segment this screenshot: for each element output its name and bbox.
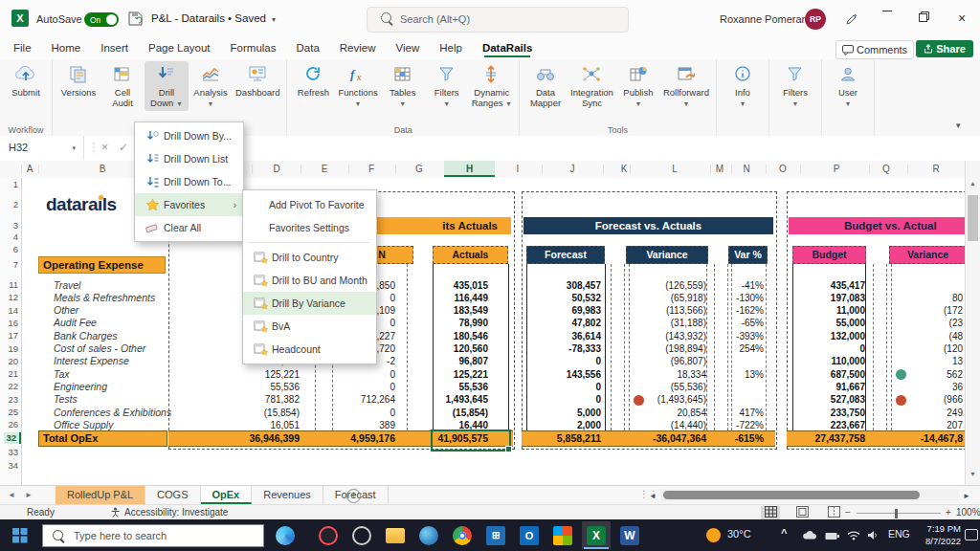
cell-F23[interactable]: 712,264: [335, 393, 395, 406]
ink-editor-icon[interactable]: [844, 12, 858, 29]
cell-J20[interactable]: 0: [534, 355, 601, 367]
menu-file[interactable]: File: [13, 38, 32, 58]
cell-L16[interactable]: (31,188): [630, 317, 706, 329]
wifi-icon[interactable]: [847, 530, 860, 551]
cell-N19[interactable]: 254%: [720, 342, 764, 355]
cell-L19[interactable]: (198,894): [630, 342, 706, 355]
column-header-L[interactable]: L: [662, 161, 687, 177]
onedrive-icon[interactable]: [802, 530, 817, 551]
cell-P22[interactable]: 91,667: [792, 381, 865, 393]
dashboard-button[interactable]: Dashboard: [233, 61, 282, 100]
vertical-scroll-thumb[interactable]: [968, 195, 978, 241]
cell-D21[interactable]: 125,221: [239, 368, 300, 381]
sheet-tab-cogs[interactable]: COGS: [145, 486, 200, 504]
cell-L17[interactable]: (143,932): [630, 330, 706, 342]
menu-item-headcount[interactable]: Headcount: [243, 338, 376, 361]
filters-button[interactable]: Filters▼: [773, 61, 817, 111]
cell-J16[interactable]: 47,802: [534, 317, 601, 329]
zoom-slider[interactable]: [857, 513, 941, 515]
banner-forecast[interactable]: Forecast vs. Actuals: [523, 217, 773, 234]
col-header-budget-budget[interactable]: Budget: [792, 246, 866, 264]
column-header-F[interactable]: F: [359, 161, 384, 177]
sheet-tab-opex[interactable]: OpEx: [201, 486, 253, 504]
horizontal-scrollbar[interactable]: [660, 489, 959, 501]
column-header-H[interactable]: H: [444, 161, 495, 177]
cell-R22[interactable]: 36: [898, 381, 963, 393]
col-header-forecast-forecast[interactable]: Forecast: [526, 246, 605, 264]
cell-J19[interactable]: -78,333: [534, 342, 601, 355]
autosave-toggle[interactable]: On: [84, 12, 119, 27]
minimize-button[interactable]: [876, 10, 899, 25]
row-label-engineering[interactable]: Engineering: [54, 381, 235, 393]
menu-view[interactable]: View: [396, 38, 420, 58]
avatar[interactable]: RP: [805, 9, 826, 30]
page-layout-view-icon[interactable]: [792, 506, 812, 519]
column-header-O[interactable]: O: [770, 161, 795, 177]
menu-item-drill-by-variance[interactable]: Drill By Variance: [243, 292, 376, 315]
volume-icon[interactable]: [867, 530, 879, 551]
cell-R16[interactable]: (23: [898, 317, 963, 329]
taskbar-icon-edge[interactable]: [414, 521, 443, 549]
menu-help[interactable]: Help: [439, 38, 462, 58]
row-header-4[interactable]: 4: [1, 231, 18, 243]
row-header-2[interactable]: 2: [1, 199, 18, 210]
cell-N14[interactable]: -162%: [720, 304, 764, 317]
row-header-12[interactable]: 12: [1, 292, 18, 303]
cell-P14[interactable]: 11,000: [792, 304, 865, 317]
row-header-25[interactable]: 25: [1, 407, 18, 418]
menu-item-drill-down-by-[interactable]: Drill Down By...: [135, 124, 243, 147]
cell-N16[interactable]: -65%: [720, 317, 764, 329]
row-label-cost-of-sales-other[interactable]: Cost of sales - Other: [54, 342, 235, 355]
cell-H25[interactable]: (15,854): [429, 407, 488, 419]
row-header-16[interactable]: 16: [1, 318, 18, 329]
column-header-R[interactable]: R: [924, 161, 948, 177]
total-L32[interactable]: -36,047,364: [630, 430, 706, 447]
cell-D22[interactable]: 55,536: [239, 381, 300, 393]
user-name[interactable]: Roxanne Pomerantz: [720, 13, 815, 25]
cell-F25[interactable]: 0: [335, 407, 395, 419]
versions-button[interactable]: Versions: [56, 61, 100, 100]
cell-P11[interactable]: 435,417: [792, 279, 865, 292]
total-J32[interactable]: 5,858,211: [534, 430, 601, 447]
cell-J17[interactable]: 36,614: [534, 330, 601, 342]
scroll-down-icon[interactable]: ▼: [969, 471, 976, 477]
sheet-tab-revenues[interactable]: Revenues: [252, 486, 323, 504]
menu-review[interactable]: Review: [340, 38, 376, 58]
cell-H17[interactable]: 180,546: [429, 330, 488, 342]
column-header-G[interactable]: G: [407, 161, 432, 177]
clock[interactable]: 7:19 PM8/7/2022: [911, 522, 961, 547]
cell-N11[interactable]: -41%: [720, 279, 764, 292]
row-header-22[interactable]: 22: [1, 381, 18, 392]
search-input[interactable]: Search (Alt+Q): [367, 7, 629, 33]
save-icon[interactable]: [128, 11, 143, 28]
cell-L22[interactable]: (55,536): [630, 381, 706, 393]
taskbar-icon-folder[interactable]: [381, 521, 410, 549]
formula-input[interactable]: [144, 136, 965, 160]
share-button[interactable]: Share: [916, 40, 973, 57]
cell-J11[interactable]: 308,457: [534, 279, 601, 292]
row-header-23[interactable]: 23: [1, 394, 18, 406]
cell-J23[interactable]: 0: [534, 393, 601, 406]
taskbar-search-input[interactable]: Type here to search: [42, 524, 264, 547]
language-indicator[interactable]: ENG: [888, 528, 910, 551]
scroll-up-icon[interactable]: ▲: [969, 180, 976, 187]
row-label-bank-charges[interactable]: Bank Charges: [54, 330, 235, 342]
data-mapper-button[interactable]: DataMapper: [523, 61, 568, 110]
cell-P19[interactable]: 0: [792, 342, 865, 355]
restore-button[interactable]: [912, 11, 935, 27]
cell-H16[interactable]: 78,990: [429, 317, 488, 329]
opex-header-cell[interactable]: Operating Expense: [38, 256, 166, 274]
row-label-interest-expense[interactable]: Interest Expense: [54, 355, 235, 367]
cell-F21[interactable]: 0: [335, 368, 395, 381]
cell-D25[interactable]: (15,854): [239, 407, 300, 419]
cell-L12[interactable]: (65,918): [630, 292, 706, 304]
row-header-21[interactable]: 21: [1, 368, 18, 380]
row-label-tests[interactable]: Tests: [54, 393, 235, 406]
taskbar-icon-cortana[interactable]: [271, 521, 300, 549]
hscroll-left-icon[interactable]: ◄: [649, 492, 657, 500]
row-header-34[interactable]: 34: [1, 460, 18, 472]
cell-D23[interactable]: 781,382: [239, 393, 300, 406]
taskbar-icon-word[interactable]: W: [615, 521, 644, 549]
cell-N21[interactable]: 13%: [720, 368, 764, 381]
row-header-33[interactable]: 33: [1, 447, 18, 458]
